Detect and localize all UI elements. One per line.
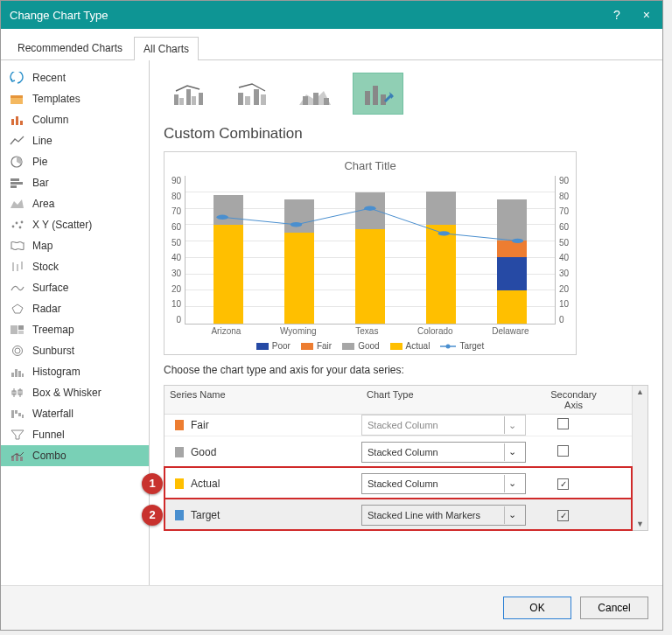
sidebar-item-stock[interactable]: Stock [1,256,149,277]
sidebar-item-label: Box & Whisker [32,387,102,399]
secondary-axis-checkbox-target[interactable]: ✓ [557,510,569,521]
svg-rect-25 [18,371,21,377]
treemap-icon [10,324,25,336]
sidebar-item-label: Funnel [32,429,65,441]
svg-rect-8 [10,185,17,188]
sidebar-item-label: Radar [32,303,61,315]
series-name: Actual [191,478,361,490]
sidebar-item-label: Surface [32,282,68,294]
chart-type-dropdown-actual[interactable]: Stacked Column⌄ [361,473,526,494]
sidebar-item-label: Pie [32,156,47,168]
sidebar-item-line[interactable]: Line [1,130,149,151]
sidebar-item-boxwhisker[interactable]: Box & Whisker [1,382,149,403]
y-axis-left: 9080706050403020100 [172,176,185,324]
svg-rect-34 [22,415,24,418]
svg-rect-32 [15,410,18,414]
sidebar-item-sunburst[interactable]: Sunburst [1,340,149,361]
sidebar-item-pie[interactable]: Pie [1,151,149,172]
bar-icon [10,177,25,189]
header-series-name: Series Name [164,386,361,414]
series-color-swatch [175,478,184,489]
chart-type-dropdown-target[interactable]: Stacked Line with Markers⌄ [361,505,526,526]
sidebar-item-recent[interactable]: Recent [1,67,149,88]
sidebar-item-label: Sunburst [32,345,74,357]
sidebar-item-treemap[interactable]: Treemap [1,319,149,340]
ok-button[interactable]: OK [503,597,571,619]
svg-marker-9 [10,199,24,208]
series-scrollbar[interactable]: ▲ ▼ [632,386,648,530]
sidebar-item-surface[interactable]: Surface [1,277,149,298]
chevron-down-icon: ⌄ [504,506,520,524]
sidebar-item-radar[interactable]: Radar [1,298,149,319]
sidebar-item-funnel[interactable]: Funnel [1,424,149,445]
scroll-down-icon[interactable]: ▼ [636,520,644,528]
histogram-icon [10,366,25,378]
svg-rect-46 [254,89,259,105]
cancel-button[interactable]: Cancel [580,597,648,619]
help-button[interactable]: ? [610,8,624,22]
svg-point-62 [446,344,451,348]
sunburst-icon [10,345,25,357]
secondary-axis-checkbox-actual[interactable]: ✓ [557,478,569,490]
series-color-swatch [175,420,184,430]
series-color-swatch [175,510,184,520]
chart-title: Chart Title [172,159,569,172]
svg-rect-50 [313,93,318,105]
svg-rect-19 [18,325,24,330]
combo-type-stacked-area[interactable] [290,73,340,115]
sidebar-item-bar[interactable]: Bar [1,172,149,193]
sidebar-item-label: Column [32,114,68,126]
dialog-title: Change Chart Type [10,9,108,22]
series-color-swatch [175,447,184,457]
sidebar-item-scatter[interactable]: X Y (Scatter) [1,214,149,235]
combo-type-custom[interactable] [353,73,403,115]
sidebar-item-map[interactable]: Map [1,235,149,256]
sidebar-item-column[interactable]: Column [1,109,149,130]
series-row-fair: Fair Stacked Column⌄ [164,415,632,436]
header-secondary-axis: Secondary Axis [536,386,611,414]
sidebar-item-area[interactable]: Area [1,193,149,214]
svg-marker-35 [11,430,24,439]
sidebar-item-waterfall[interactable]: Waterfall [1,403,149,424]
svg-rect-2 [11,119,14,125]
titlebar: Change Chart Type ? × [1,1,662,29]
funnel-icon [10,429,25,441]
chart-type-dropdown-good[interactable]: Stacked Column⌄ [361,442,526,463]
sidebar-item-label: Map [32,240,52,252]
sidebar-item-label: Area [32,198,54,210]
scroll-up-icon[interactable]: ▲ [636,387,644,396]
close-button[interactable]: × [640,8,654,22]
svg-point-22 [15,348,20,353]
sidebar-item-templates[interactable]: Templates [1,88,149,109]
svg-point-21 [13,346,23,356]
combo-type-clustered-line-secondary[interactable] [227,73,277,115]
series-instruction: Choose the chart type and axis for your … [164,364,648,376]
svg-rect-39 [174,94,178,105]
tab-all-charts[interactable]: All Charts [134,37,199,60]
svg-rect-54 [373,86,378,105]
stock-icon [10,261,25,273]
bar-arizona [214,195,243,324]
y-axis-right: 9080706050403020100 [556,176,569,324]
sidebar-item-label: Treemap [32,324,74,336]
scatter-icon [10,219,25,231]
svg-rect-26 [22,373,24,377]
area-icon [10,198,25,210]
svg-point-11 [16,222,18,225]
sidebar-item-combo[interactable]: Combo [1,445,149,466]
sidebar-item-histogram[interactable]: Histogram [1,361,149,382]
chevron-down-icon: ⌄ [504,475,520,492]
combo-type-clustered-line[interactable] [164,73,214,115]
chart-type-dropdown-fair[interactable]: Stacked Column⌄ [361,415,526,436]
chart-preview[interactable]: Chart Title 9080706050403020100 [164,151,577,355]
chevron-down-icon: ⌄ [504,443,520,461]
secondary-axis-checkbox-fair[interactable] [557,418,569,429]
plot-area [185,176,556,324]
bar-colorado [426,192,456,324]
header-chart-type: Chart Type [361,386,536,414]
svg-rect-41 [186,89,191,105]
svg-rect-47 [261,94,266,105]
tab-recommended-charts[interactable]: Recommended Charts [8,36,132,59]
series-name: Target [191,509,361,521]
secondary-axis-checkbox-good[interactable] [557,445,569,457]
